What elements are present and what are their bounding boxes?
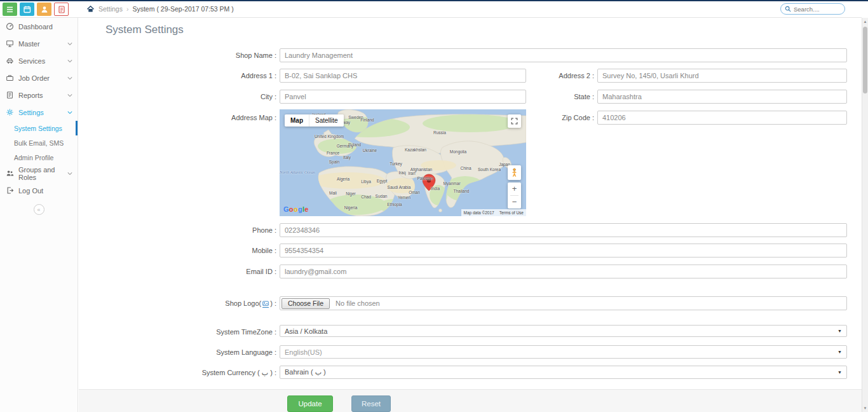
google-logo[interactable]: Google <box>283 205 309 213</box>
shop-name-input[interactable] <box>280 48 847 62</box>
state-label: State : <box>534 93 594 100</box>
search-input[interactable] <box>794 6 841 13</box>
mobile-input[interactable] <box>280 244 847 258</box>
sidebar-subitem-label: Bulk Email, SMS <box>14 139 64 147</box>
address-map-label: Address Map : <box>178 114 276 121</box>
map-type-switcher: Map Satellite <box>285 114 344 127</box>
zip-code-input[interactable] <box>597 111 847 125</box>
shop-logo-label-suffix: ) : <box>270 299 276 307</box>
zoom-in-button[interactable]: + <box>508 182 521 195</box>
people-icon <box>5 169 14 177</box>
sidebar: Dashboard Master Services Job Order <box>0 18 78 412</box>
menu-list-icon[interactable] <box>3 3 17 16</box>
city-input[interactable] <box>280 90 526 104</box>
city-label: City : <box>178 93 276 100</box>
shop-logo-label: Shop Logo() : <box>178 299 276 308</box>
map-attribution: Map data ©2017 Terms of Use <box>461 209 526 216</box>
language-label: System Language : <box>178 348 276 356</box>
briefcase-icon <box>5 74 14 82</box>
sidebar-item-job-order[interactable]: Job Order <box>0 69 78 86</box>
sidebar-item-master[interactable]: Master <box>0 35 78 52</box>
zoom-out-button[interactable]: − <box>508 196 521 209</box>
phone-input[interactable] <box>280 223 847 237</box>
language-value: English(US) <box>285 348 322 356</box>
sidebar-item-settings[interactable]: Settings <box>0 104 78 121</box>
document-icon[interactable] <box>54 3 69 16</box>
page-title: System Settings <box>105 24 184 36</box>
dashboard-icon <box>5 22 14 31</box>
sidebar-subitem-label: Admin Profile <box>14 154 53 161</box>
shop-logo-file-field: Choose File No file chosen <box>280 296 847 310</box>
global-search <box>780 3 845 15</box>
user-icon[interactable] <box>37 3 51 16</box>
state-input[interactable] <box>597 90 847 104</box>
sidebar-item-reports[interactable]: Reports <box>0 86 78 104</box>
map-data-text: Map data ©2017 <box>464 210 494 215</box>
sidebar-item-services[interactable]: Services <box>0 52 78 69</box>
terms-of-use-link[interactable]: Terms of Use <box>499 210 524 215</box>
shop-logo-preview-link[interactable] <box>262 301 269 308</box>
choose-file-button[interactable]: Choose File <box>281 298 330 309</box>
breadcrumb-settings-link[interactable]: Settings <box>98 5 123 13</box>
breadcrumb-separator: › <box>126 5 129 13</box>
calendar-icon[interactable] <box>20 3 34 16</box>
fullscreen-button[interactable] <box>508 114 521 128</box>
collapse-icon: « <box>37 207 40 213</box>
sidebar-item-dashboard[interactable]: Dashboard <box>0 18 78 35</box>
dropdown-arrow-icon: ▼ <box>837 370 842 374</box>
timezone-value: Asia / Kolkata <box>285 327 327 335</box>
sidebar-item-label: Master <box>18 40 40 48</box>
address1-input[interactable] <box>280 69 526 83</box>
sidebar-subitem-system-settings[interactable]: System Settings <box>0 121 78 135</box>
currency-select[interactable]: Bahrain ( ب ) ▼ <box>280 366 847 379</box>
shop-logo-label-prefix: Shop Logo( <box>225 299 261 307</box>
email-input[interactable] <box>280 264 847 278</box>
home-icon[interactable] <box>86 5 95 13</box>
car-icon <box>5 57 14 65</box>
language-select[interactable]: English(US) ▼ <box>280 345 847 359</box>
address2-input[interactable] <box>597 69 847 83</box>
sidebar-collapse-button[interactable]: « <box>34 204 44 215</box>
timezone-select[interactable]: Asia / Kolkata ▼ <box>280 325 847 337</box>
report-icon <box>5 91 14 99</box>
top-bar: Settings › System ( 29-Sep-2017 07:53 PM… <box>0 1 862 18</box>
sidebar-subitem-admin-profile[interactable]: Admin Profile <box>0 150 78 165</box>
form-footer <box>79 389 862 412</box>
search-icon <box>785 6 791 12</box>
sidebar-subitem-label: System Settings <box>14 125 62 132</box>
breadcrumb: Settings › System ( 29-Sep-2017 07:53 PM… <box>86 5 234 13</box>
currency-value: Bahrain ( ب ) <box>285 368 326 376</box>
map-view-button[interactable]: Map <box>285 114 309 127</box>
scroll-down-arrow[interactable]: ▼ <box>862 404 868 412</box>
sidebar-item-label: Services <box>18 57 45 65</box>
sidebar-item-label: Settings <box>18 109 44 116</box>
sidebar-item-groups-and-roles[interactable]: Groups and Roles <box>0 165 78 182</box>
sidebar-item-label: Reports <box>18 92 43 99</box>
logout-icon <box>5 186 14 195</box>
map-zoom-control: + − <box>508 182 521 209</box>
address1-label: Address 1 : <box>178 72 276 79</box>
satellite-view-button[interactable]: Satellite <box>309 114 344 127</box>
sidebar-subitem-bulk-email-sms[interactable]: Bulk Email, SMS <box>0 135 78 150</box>
address-map[interactable]: IcelandNorwaySwedenFinlandRussiaUnited K… <box>280 109 526 216</box>
zip-code-label: Zip Code : <box>534 114 594 121</box>
gear-icon <box>5 108 14 116</box>
scroll-up-arrow[interactable]: ▲ <box>862 18 868 25</box>
currency-label: System Currency ( ب ) : <box>178 369 276 377</box>
sidebar-item-log-out[interactable]: Log Out <box>0 182 78 199</box>
reset-button[interactable]: Reset <box>351 395 391 412</box>
chevron-down-icon <box>67 59 72 63</box>
scrollbar-thumb[interactable] <box>863 27 867 93</box>
mobile-label: Mobile : <box>178 247 276 254</box>
dropdown-arrow-icon: ▼ <box>837 350 842 354</box>
vertical-scrollbar[interactable]: ▲ ▼ <box>862 18 868 412</box>
update-button[interactable]: Update <box>287 395 333 412</box>
dropdown-arrow-icon: ▼ <box>837 329 842 333</box>
app-window: Settings › System ( 29-Sep-2017 07:53 PM… <box>0 0 868 412</box>
timezone-label: System TimeZone : <box>178 328 276 336</box>
quick-launch-icons <box>3 3 69 16</box>
chevron-down-icon <box>67 42 72 46</box>
chevron-down-icon <box>67 76 72 80</box>
pegman-streetview-control[interactable] <box>508 165 521 180</box>
top-accent-line <box>0 0 868 1</box>
